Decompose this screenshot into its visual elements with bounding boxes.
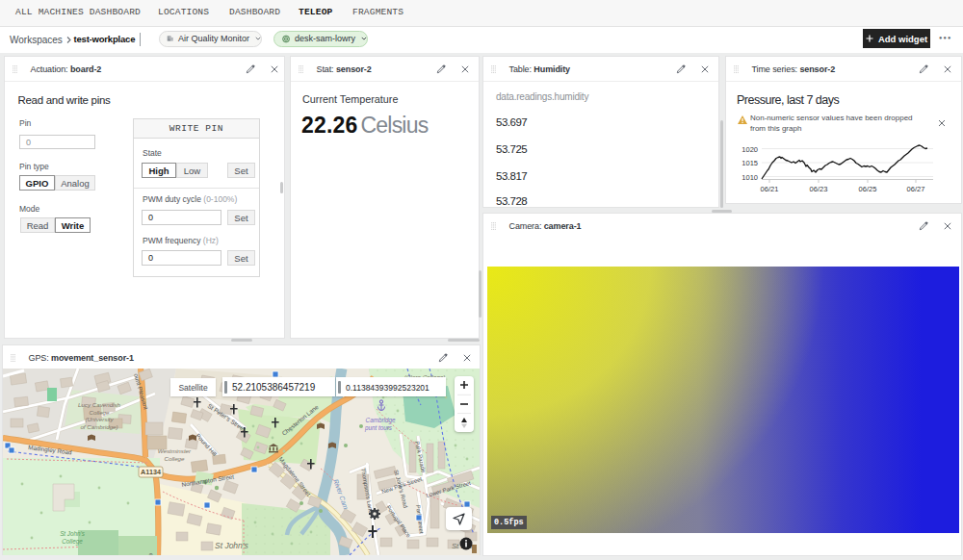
- svg-text:06/27: 06/27: [907, 185, 925, 193]
- svg-text:St John'sCollege: St John'sCollege: [60, 530, 86, 546]
- svg-text:06/23: 06/23: [810, 185, 828, 193]
- svg-text:punt tours: punt tours: [364, 424, 393, 432]
- svg-text:Cambridge: Cambridge: [366, 417, 396, 424]
- svg-text:06/21: 06/21: [761, 185, 779, 193]
- svg-text:en's Road: en's Road: [148, 553, 155, 555]
- svg-text:1015: 1015: [742, 159, 758, 167]
- svg-text:St John's: St John's: [215, 541, 248, 550]
- svg-text:A1134: A1134: [141, 468, 161, 476]
- svg-text:06/25: 06/25: [859, 185, 877, 193]
- svg-text:1010: 1010: [742, 173, 758, 182]
- svg-text:1020: 1020: [742, 145, 758, 154]
